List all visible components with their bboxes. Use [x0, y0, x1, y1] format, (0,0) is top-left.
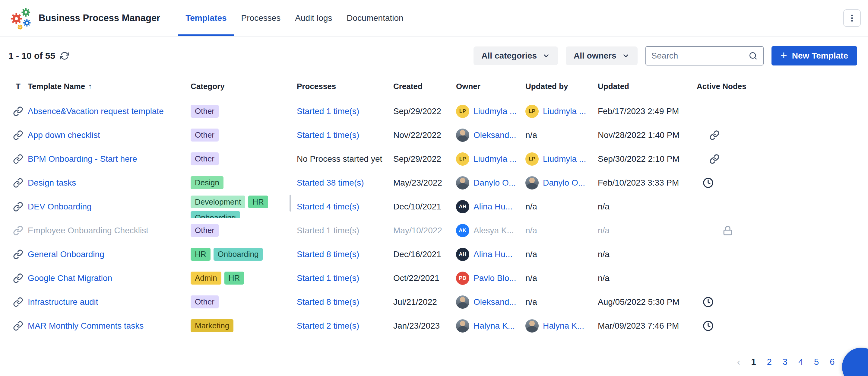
user-link[interactable]: Danylo O... [543, 178, 585, 188]
user-link[interactable]: Liudmyla ... [473, 107, 517, 116]
link-icon [709, 130, 720, 140]
column-label: Template Name [28, 82, 85, 91]
processes-text[interactable]: Started 38 time(s) [297, 178, 364, 188]
column-header-created[interactable]: Created [393, 82, 456, 91]
processes-text[interactable]: Started 1 time(s) [297, 226, 359, 235]
user-link[interactable]: Halyna K... [473, 321, 515, 331]
processes-cell: Started 1 time(s) [297, 107, 393, 116]
tab-audit-logs[interactable]: Audit logs [288, 0, 339, 36]
user-link[interactable]: Liudmyla ... [543, 154, 586, 164]
not-available-text: n/a [525, 297, 537, 307]
updated-by-cell: n/a [525, 250, 598, 259]
page-5[interactable]: 5 [814, 357, 819, 367]
user-link[interactable]: Pavlo Blo... [473, 273, 516, 283]
user-link[interactable]: Oleksand... [473, 131, 516, 140]
processes-text[interactable]: Started 8 time(s) [297, 297, 359, 307]
user-link[interactable]: Liudmyla ... [473, 154, 517, 164]
user-link[interactable]: Oleksand... [473, 297, 516, 307]
processes-text[interactable]: Started 1 time(s) [297, 107, 359, 116]
template-name-link[interactable]: Infrastructure audit [28, 297, 98, 307]
avatar [456, 128, 469, 142]
template-name-link[interactable]: Google Chat Migration [28, 273, 112, 283]
template-type-cell [8, 154, 28, 164]
tab-processes[interactable]: Processes [234, 0, 288, 36]
gears-logo-icon [8, 5, 34, 31]
avatar: AK [456, 224, 469, 237]
processes-cell: Started 38 time(s) [297, 178, 393, 188]
table-body: Absence&Vacation request templateOtherSt… [0, 99, 868, 338]
category-badge: Other [191, 152, 219, 165]
template-name-link[interactable]: General Onboarding [28, 250, 104, 259]
template-link-icon [13, 321, 23, 331]
prev-page-button[interactable]: ‹ [737, 356, 740, 368]
column-label: T [16, 82, 21, 91]
updated-cell: n/a [598, 273, 697, 283]
template-name-link[interactable]: Design tasks [28, 178, 76, 188]
owner-cell: Danylo O... [456, 176, 525, 190]
column-header-updated[interactable]: Updated [598, 82, 697, 91]
table-row: BPM Onboarding - Start hereOtherNo Proce… [0, 147, 868, 171]
processes-cell: Started 4 time(s) [297, 202, 393, 211]
category-cell: Other [191, 224, 297, 237]
updated-cell: Feb/17/2023 2:49 PM [598, 107, 697, 116]
processes-text[interactable]: Started 2 time(s) [297, 321, 359, 331]
page-6[interactable]: 6 [830, 357, 835, 367]
processes-text[interactable]: Started 8 time(s) [297, 250, 359, 259]
column-resize-handle[interactable] [289, 195, 291, 211]
categories-filter-dropdown[interactable]: All categories [473, 47, 558, 65]
chevron-down-icon [622, 52, 630, 60]
processes-cell: No Process started yet [297, 154, 393, 164]
categories-filter-label: All categories [482, 51, 537, 61]
table-row: DEV OnboardingDevelopmentHROnboardingSta… [0, 195, 868, 219]
template-name-link[interactable]: MAR Monthly Comments tasks [28, 321, 144, 331]
page-3[interactable]: 3 [783, 357, 787, 367]
owner-cell: PBPavlo Blo... [456, 271, 525, 285]
updated-by-cell: n/a [525, 226, 598, 235]
category-badges: HROnboarding [191, 248, 263, 261]
template-name-link[interactable]: DEV Onboarding [28, 202, 92, 211]
user-link[interactable]: Liudmyla ... [543, 107, 586, 116]
new-template-button[interactable]: + New Template [772, 46, 857, 65]
owners-filter-dropdown[interactable]: All owners [566, 47, 638, 65]
tab-templates[interactable]: Templates [178, 0, 234, 36]
user-link[interactable]: Alina Hu... [473, 250, 513, 259]
processes-text[interactable]: Started 1 time(s) [297, 131, 359, 140]
page-2[interactable]: 2 [767, 357, 772, 367]
column-header-processes[interactable]: Processes [297, 82, 393, 91]
column-label: Processes [297, 82, 336, 91]
template-name-link[interactable]: Employee Onboarding Checklist [28, 226, 148, 235]
template-type-cell [8, 273, 28, 283]
processes-cell: Started 1 time(s) [297, 131, 393, 140]
template-name-link[interactable]: Absence&Vacation request template [28, 107, 164, 116]
page-4[interactable]: 4 [798, 357, 803, 367]
user-link[interactable]: Alina Hu... [473, 202, 513, 211]
search-box[interactable] [645, 46, 764, 65]
category-badge: Other [191, 224, 219, 237]
column-label: Category [191, 82, 225, 91]
kebab-icon [847, 13, 857, 23]
user-link[interactable]: Alesya K... [473, 226, 514, 235]
column-header-template-name[interactable]: Template Name ↑ [28, 82, 191, 91]
refresh-icon[interactable] [60, 51, 69, 60]
page-1[interactable]: 1 [751, 357, 756, 367]
search-input[interactable] [651, 51, 745, 61]
tab-documentation[interactable]: Documentation [339, 0, 410, 36]
template-name-link[interactable]: BPM Onboarding - Start here [28, 154, 137, 164]
template-name-link[interactable]: App down checklist [28, 131, 100, 140]
processes-text[interactable]: Started 1 time(s) [297, 273, 359, 283]
processes-text[interactable]: Started 4 time(s) [297, 202, 359, 211]
column-header-category[interactable]: Category [191, 82, 297, 91]
category-badges: Other [191, 224, 219, 237]
avatar: LP [456, 105, 469, 118]
floating-action-button[interactable] [842, 348, 868, 376]
column-label: Updated by [525, 82, 568, 91]
overflow-menu-button[interactable] [843, 9, 861, 27]
active-nodes-cell [697, 225, 772, 236]
column-header-updated-by[interactable]: Updated by [525, 82, 598, 91]
column-header-owner[interactable]: Owner [456, 82, 525, 91]
user-link[interactable]: Danylo O... [473, 178, 516, 188]
category-cell: Other [191, 105, 297, 118]
avatar [525, 176, 539, 190]
user-link[interactable]: Halyna K... [543, 321, 584, 331]
table-row: Design tasksDesignStarted 38 time(s)May/… [0, 171, 868, 195]
